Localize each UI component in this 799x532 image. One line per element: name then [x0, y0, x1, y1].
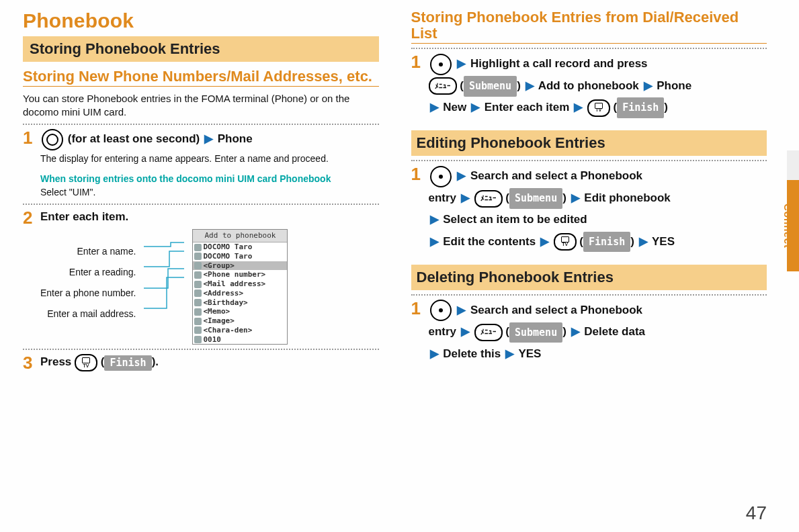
submenu-softkey: Submenu: [509, 188, 562, 209]
multi-selector-icon: [430, 54, 452, 75]
section-c-l3a: Delete this: [443, 347, 501, 360]
field-icon: [194, 326, 202, 334]
field-icon: [194, 290, 202, 297]
field-memo: <Memo>: [203, 307, 230, 316]
step1-target: Phone: [218, 132, 253, 145]
field-icon: [194, 336, 202, 343]
section-b-l4: Edit the contents: [443, 235, 536, 248]
field-group: <Group>: [203, 261, 234, 271]
step-number: 1: [411, 53, 422, 71]
field-name: DOCOMO Taro: [203, 242, 252, 252]
arrow-icon: ▶: [460, 325, 471, 338]
field-birthday: <Birthday>: [203, 298, 247, 308]
section-a-step: 1 ▶ Highlight a call record and press ﾒﾆ…: [411, 53, 767, 118]
step-3: 3 Press (Finish).: [23, 354, 379, 371]
section-c-step: 1 ▶ Search and select a Phonebook entry …: [411, 300, 767, 365]
step1-action: (for at least one second): [68, 132, 200, 145]
arrow-icon: ▶: [638, 235, 649, 248]
callout-reading: Enter a reading.: [40, 262, 136, 283]
step-number: 1: [23, 129, 34, 146]
arrow-icon: ▶: [456, 304, 467, 316]
arrow-icon: ▶: [573, 101, 584, 114]
section-b-l3: Select an item to be edited: [443, 213, 587, 226]
section-heading-storing: Storing Phonebook Entries: [23, 36, 379, 62]
field-icon: [194, 271, 202, 279]
section-a-title: Storing Phonebook Entries from Dial/Rece…: [411, 9, 767, 44]
finish-softkey: Finish: [583, 232, 630, 253]
side-tab-label: Connect: [782, 180, 794, 271]
section-c-yes: YES: [518, 347, 541, 360]
field-reading: DOCOMO Taro: [203, 252, 252, 261]
divider: [23, 204, 379, 205]
callout-name: Enter a name.: [40, 241, 136, 262]
arrow-icon: ▶: [470, 101, 481, 114]
section-a-line1: Highlight a call record and press: [470, 57, 648, 70]
field-icon: [194, 244, 202, 251]
step-number: 1: [411, 300, 422, 317]
callout-mail: Enter a mail address.: [40, 304, 136, 324]
section-c-l1: Search and select a Phonebook: [470, 304, 642, 316]
step-number: 2: [23, 209, 34, 226]
menu-key-icon: ﾒﾆｭｰ: [429, 77, 457, 95]
arrow-icon: ▶: [456, 169, 467, 182]
field-icon: [194, 318, 202, 325]
divider: [411, 294, 767, 296]
field-icon: [194, 308, 202, 316]
field-mail: <Mail address>: [203, 279, 265, 289]
submenu-softkey: Submenu: [509, 322, 562, 343]
arrow-icon: ▶: [429, 213, 440, 226]
arrow-icon: ▶: [504, 347, 515, 360]
field-id: 0010: [203, 335, 221, 345]
step-1: 1 (for at least one second) ▶ Phone The …: [23, 129, 379, 200]
section-a-add: Add to phonebook: [538, 79, 639, 92]
arrow-icon: ▶: [539, 235, 550, 248]
subsection-title: Storing New Phone Numbers/Mail Addresses…: [23, 69, 379, 87]
section-a-phone: Phone: [657, 79, 691, 92]
section-b-l2a: entry: [429, 191, 457, 204]
field-icon: [194, 299, 202, 306]
left-column: Phonebook Storing Phonebook Entries Stor…: [23, 9, 379, 532]
arrow-icon: ▶: [460, 191, 471, 204]
multi-selector-icon: [430, 166, 452, 187]
divider: [23, 124, 379, 125]
uim-note-title: When storing entries onto the docomo min…: [40, 173, 331, 184]
field-icon: [194, 253, 202, 260]
submenu-softkey: Submenu: [464, 76, 517, 97]
section-c-l2a: entry: [429, 325, 457, 338]
field-icon: [194, 262, 202, 269]
field-phone: <Phone number>: [203, 270, 265, 279]
arrow-icon: ▶: [203, 132, 214, 145]
step3-prefix: Press: [40, 356, 75, 369]
step-number: 3: [23, 354, 34, 371]
divider: [411, 160, 767, 161]
arrow-icon: ▶: [429, 347, 440, 360]
section-a-enter: Enter each item: [485, 101, 570, 114]
menu-key-icon: ﾒﾆｭｰ: [474, 324, 503, 341]
divider: [23, 349, 379, 350]
multi-selector-icon: [430, 300, 452, 321]
section-c-l2b: Delete data: [584, 325, 645, 338]
arrow-icon: ▶: [524, 79, 536, 92]
field-chara: <Chara-den>: [203, 326, 252, 335]
finish-softkey: Finish: [104, 355, 151, 371]
menu-key-icon: ﾒﾆｭｰ: [474, 190, 503, 208]
section-b-step: 1 ▶ Search and select a Phonebook entry …: [411, 165, 767, 252]
section-heading-editing: Editing Phonebook Entries: [411, 130, 767, 156]
field-image: <Image>: [203, 316, 234, 326]
field-icon: [194, 281, 202, 288]
intro-text: You can store Phonebook entries in the F…: [23, 92, 379, 120]
step3-suffix: .: [155, 356, 159, 369]
finish-softkey: Finish: [617, 97, 664, 118]
arrow-icon: ▶: [456, 57, 467, 70]
section-a-new: New: [443, 101, 466, 114]
arrow-icon: ▶: [570, 191, 581, 204]
multi-selector-icon: [42, 129, 63, 150]
section-b-yes: YES: [652, 235, 675, 248]
callouts: Enter a name. Enter a reading. Enter a p…: [40, 229, 136, 324]
step-number: 1: [411, 165, 422, 183]
arrow-icon: ▶: [429, 101, 440, 114]
uim-note-body: Select "UIM".: [40, 187, 95, 197]
camera-key-icon: [75, 354, 97, 371]
step2-title: Enter each item.: [40, 210, 128, 223]
section-b-l1: Search and select a Phonebook: [470, 169, 642, 182]
